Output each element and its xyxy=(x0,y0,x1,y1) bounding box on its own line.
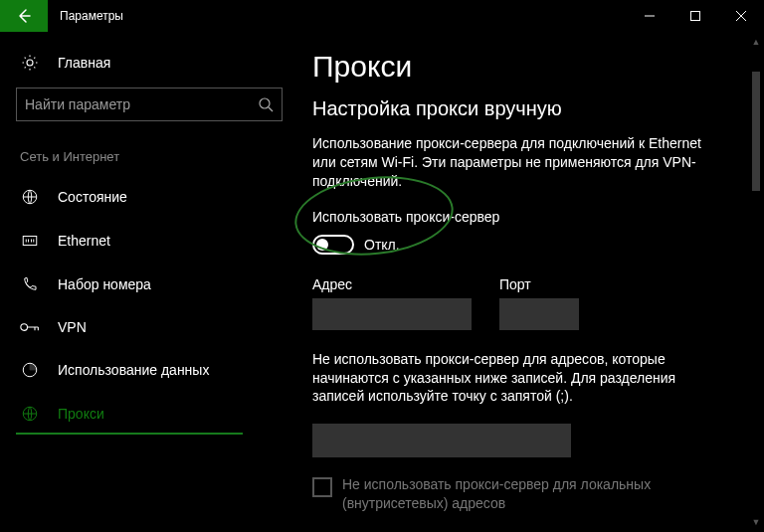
proxy-toggle-state: Откл. xyxy=(364,237,400,253)
sidebar-item-label: Ethernet xyxy=(58,233,110,249)
maximize-icon xyxy=(690,11,700,21)
active-underline-annotation xyxy=(16,433,243,435)
close-button[interactable] xyxy=(718,0,764,32)
phone-icon xyxy=(20,275,40,293)
sidebar-group-header: Сеть и Интернет xyxy=(16,143,283,178)
title-bar: Параметры xyxy=(0,0,764,32)
sidebar-item-label: Прокси xyxy=(58,406,104,422)
sidebar: Главная Сеть и Интернет Состояние Ethern… xyxy=(0,32,298,532)
toggle-knob xyxy=(316,239,328,251)
port-input[interactable] xyxy=(499,298,579,330)
sidebar-item-proxy[interactable]: Прокси xyxy=(16,395,283,433)
back-button[interactable] xyxy=(0,0,48,32)
maximize-button[interactable] xyxy=(672,0,718,32)
window-controls xyxy=(627,0,764,32)
sidebar-item-dialup[interactable]: Набор номера xyxy=(16,266,283,303)
sidebar-home-label: Главная xyxy=(58,55,110,71)
svg-rect-0 xyxy=(691,12,700,21)
sidebar-item-label: Состояние xyxy=(58,189,127,205)
search-box[interactable] xyxy=(16,88,283,121)
sidebar-item-datausage[interactable]: Использование данных xyxy=(16,351,283,389)
globe-icon xyxy=(20,405,40,423)
local-bypass-checkbox[interactable] xyxy=(312,477,332,497)
sidebar-item-vpn[interactable]: VPN xyxy=(16,309,283,345)
sidebar-item-label: VPN xyxy=(58,319,87,335)
exceptions-input[interactable] xyxy=(312,424,571,457)
proxy-toggle-label: Использовать прокси-сервер xyxy=(312,209,734,225)
section-title: Настройка прокси вручную xyxy=(312,97,734,120)
page-title: Прокси xyxy=(312,50,734,84)
window-title: Параметры xyxy=(48,9,123,23)
svg-point-1 xyxy=(260,98,270,108)
sidebar-item-label: Набор номера xyxy=(58,276,151,292)
ethernet-icon xyxy=(20,232,40,250)
section-description: Использование прокси-сервера для подключ… xyxy=(312,134,720,191)
sidebar-item-ethernet[interactable]: Ethernet xyxy=(16,222,283,260)
vpn-icon xyxy=(20,320,40,334)
search-input[interactable] xyxy=(25,96,258,112)
main-panel: Прокси Настройка прокси вручную Использо… xyxy=(298,32,764,532)
sidebar-item-status[interactable]: Состояние xyxy=(16,178,283,216)
sidebar-item-label: Использование данных xyxy=(58,362,209,378)
gear-icon xyxy=(20,54,40,72)
scroll-thumb[interactable] xyxy=(752,72,760,191)
exceptions-description: Не использовать прокси-сервер для адресо… xyxy=(312,350,720,407)
minimize-icon xyxy=(645,11,655,21)
port-label: Порт xyxy=(499,276,579,292)
local-bypass-label: Не использовать прокси-сервер для локаль… xyxy=(342,475,670,513)
close-icon xyxy=(736,11,746,21)
address-input[interactable] xyxy=(312,298,472,330)
scroll-up-icon[interactable]: ▲ xyxy=(750,34,762,50)
globe-icon xyxy=(20,188,40,206)
arrow-left-icon xyxy=(16,8,32,24)
svg-rect-3 xyxy=(23,237,37,246)
datausage-icon xyxy=(20,361,40,379)
scroll-down-icon[interactable]: ▼ xyxy=(750,514,762,530)
search-icon xyxy=(258,96,274,112)
proxy-toggle[interactable] xyxy=(312,235,354,255)
sidebar-item-home[interactable]: Главная xyxy=(16,44,283,82)
svg-point-4 xyxy=(21,324,28,331)
vertical-scrollbar[interactable]: ▲ ▼ xyxy=(750,32,762,532)
address-label: Адрес xyxy=(312,276,472,292)
minimize-button[interactable] xyxy=(627,0,672,32)
